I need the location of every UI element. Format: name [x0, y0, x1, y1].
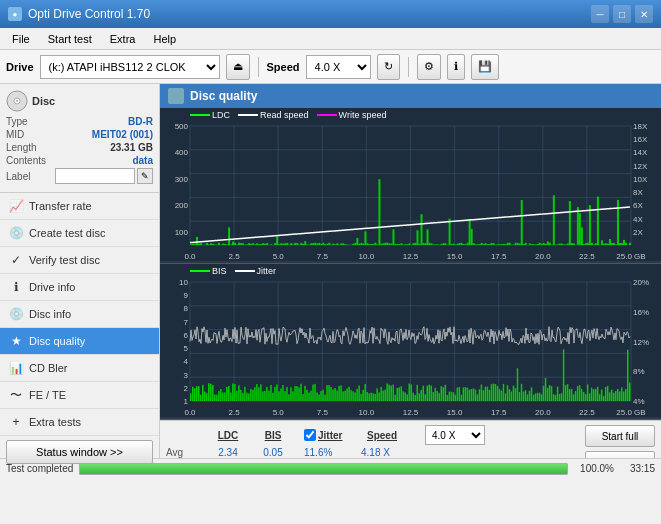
status-window-button[interactable]: Status window >>: [6, 440, 153, 464]
disc-label-input-row: ✎: [55, 168, 153, 184]
sidebar-item-extra-tests[interactable]: + Extra tests: [0, 409, 159, 436]
menu-help[interactable]: Help: [145, 31, 184, 47]
toolbar: Drive (k:) ATAPI iHBS112 2 CLOK ⏏ Speed …: [0, 50, 661, 84]
avg-bis: 0.05: [252, 447, 294, 458]
progress-bar-fill: [80, 464, 567, 474]
sidebar-item-transfer-rate[interactable]: 📈 Transfer rate: [0, 193, 159, 220]
disc-length-row: Length 23.31 GB: [6, 142, 153, 153]
jitter-color: [235, 270, 255, 272]
close-button[interactable]: ✕: [635, 5, 653, 23]
sidebar-item-drive-info-label: Drive info: [29, 281, 75, 293]
disc-type-val: BD-R: [128, 116, 153, 127]
progress-percentage: 100.0%: [574, 463, 614, 474]
bottom-section: LDC BIS Jitter Speed 4.0 X Avg: [160, 420, 661, 458]
sidebar-item-fe-te-label: FE / TE: [29, 389, 66, 401]
main-layout: Disc Type BD-R MID MEIT02 (001) Length 2…: [0, 84, 661, 458]
sidebar-item-drive-info[interactable]: ℹ Drive info: [0, 274, 159, 301]
extra-tests-icon: +: [8, 414, 24, 430]
chart-bottom: BIS Jitter: [160, 264, 661, 420]
sidebar-item-verify-test-disc[interactable]: ✓ Verify test disc: [0, 247, 159, 274]
menu-extra[interactable]: Extra: [102, 31, 144, 47]
disc-contents-row: Contents data: [6, 155, 153, 166]
disc-quality-header-icon: [168, 88, 184, 104]
ldc-header: LDC: [204, 430, 252, 441]
top-chart-canvas: [160, 108, 661, 261]
speed-select-stats[interactable]: 4.0 X: [425, 425, 485, 445]
svg-point-2: [16, 100, 18, 102]
chart-top: LDC Read speed Write speed: [160, 108, 661, 264]
write-speed-color: [317, 114, 337, 116]
sidebar-item-disc-quality-label: Disc quality: [29, 335, 85, 347]
legend-ldc: LDC: [190, 110, 230, 120]
status-time: 33:15: [620, 463, 655, 474]
refresh-button[interactable]: ↻: [377, 54, 400, 80]
disc-icon: [6, 90, 28, 112]
eject-button[interactable]: ⏏: [226, 54, 250, 80]
bottom-chart-canvas: [160, 264, 661, 417]
bis-label: BIS: [212, 266, 227, 276]
disc-type-row: Type BD-R: [6, 116, 153, 127]
title-bar-controls: ─ □ ✕: [591, 5, 653, 23]
disc-contents-key: Contents: [6, 155, 46, 166]
sidebar-item-extra-tests-label: Extra tests: [29, 416, 81, 428]
disc-info-icon: 💿: [8, 306, 24, 322]
title-bar-left: ● Opti Drive Control 1.70: [8, 7, 150, 21]
read-speed-label: Read speed: [260, 110, 309, 120]
sidebar-item-verify-test-disc-label: Verify test disc: [29, 254, 100, 266]
speed-label: Speed: [267, 61, 300, 73]
start-full-button[interactable]: Start full: [585, 425, 655, 447]
sidebar-item-create-test-disc[interactable]: 💿 Create test disc: [0, 220, 159, 247]
jitter-header: Jitter: [318, 430, 363, 441]
progress-bar-container: [79, 463, 568, 475]
minimize-button[interactable]: ─: [591, 5, 609, 23]
app-icon: ●: [8, 7, 22, 21]
disc-length-key: Length: [6, 142, 37, 153]
sidebar-item-fe-te[interactable]: 〜 FE / TE: [0, 382, 159, 409]
avg-ldc: 2.34: [204, 447, 252, 458]
disc-quality-title: Disc quality: [190, 89, 257, 103]
disc-label-input[interactable]: [55, 168, 135, 184]
create-test-disc-icon: 💿: [8, 225, 24, 241]
disc-mid-key: MID: [6, 129, 24, 140]
stats-main-row: LDC BIS Jitter Speed 4.0 X Avg: [166, 425, 655, 458]
disc-contents-val: data: [132, 155, 153, 166]
toolbar-separator: [258, 57, 259, 77]
menu-bar: File Start test Extra Help: [0, 28, 661, 50]
jitter-checkbox[interactable]: [304, 429, 316, 441]
transfer-rate-icon: 📈: [8, 198, 24, 214]
disc-label-btn[interactable]: ✎: [137, 168, 153, 184]
disc-label: Disc: [32, 95, 55, 107]
legend-bis: BIS: [190, 266, 227, 276]
disc-type-key: Type: [6, 116, 28, 127]
ldc-color: [190, 114, 210, 116]
settings-button[interactable]: ⚙: [417, 54, 441, 80]
disc-quality-header: Disc quality: [160, 84, 661, 108]
bis-color: [190, 270, 210, 272]
ldc-label: LDC: [212, 110, 230, 120]
info-button[interactable]: ℹ: [447, 54, 465, 80]
sidebar-item-disc-info[interactable]: 💿 Disc info: [0, 301, 159, 328]
write-speed-label: Write speed: [339, 110, 387, 120]
disc-mid-row: MID MEIT02 (001): [6, 129, 153, 140]
bottom-chart-legend: BIS Jitter: [190, 266, 276, 276]
speed-select[interactable]: 4.0 X: [306, 55, 371, 79]
menu-file[interactable]: File: [4, 31, 38, 47]
sidebar-item-cd-bler-label: CD Bler: [29, 362, 68, 374]
disc-panel-header: Disc: [6, 90, 153, 112]
bis-header: BIS: [252, 430, 294, 441]
disc-mid-val: MEIT02 (001): [92, 129, 153, 140]
disc-length-val: 23.31 GB: [110, 142, 153, 153]
status-text: Test completed: [6, 463, 73, 474]
sidebar-item-disc-quality[interactable]: ★ Disc quality: [0, 328, 159, 355]
sidebar-item-cd-bler[interactable]: 📊 CD Bler: [0, 355, 159, 382]
read-speed-color: [238, 114, 258, 116]
disc-panel: Disc Type BD-R MID MEIT02 (001) Length 2…: [0, 84, 159, 193]
menu-start-test[interactable]: Start test: [40, 31, 100, 47]
maximize-button[interactable]: □: [613, 5, 631, 23]
drive-select[interactable]: (k:) ATAPI iHBS112 2 CLOK: [40, 55, 220, 79]
drive-label: Drive: [6, 61, 34, 73]
start-part-button[interactable]: Start part: [585, 451, 655, 458]
avg-jitter: 11.6%: [304, 447, 359, 458]
fe-te-icon: 〜: [8, 387, 24, 403]
save-button[interactable]: 💾: [471, 54, 499, 80]
